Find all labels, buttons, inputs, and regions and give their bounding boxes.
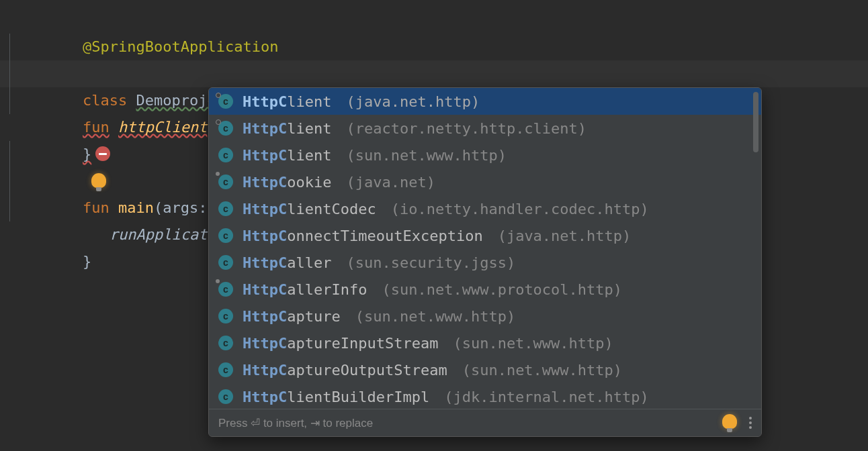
code-line[interactable]: class DemoprojectApplication {: [0, 34, 868, 60]
completion-item-label: HttpCaptureInputStream: [243, 335, 438, 352]
class-icon: [218, 309, 233, 323]
completion-item-label: HttpClient: [243, 147, 331, 164]
class-icon: [218, 94, 233, 109]
completion-hint-text: Press ⏎ to insert, ⇥ to replace: [218, 416, 373, 430]
class-icon: [218, 148, 233, 162]
class-icon: [218, 389, 233, 404]
completion-item-label: HttpClientCodec: [243, 201, 376, 217]
code-completion-popup[interactable]: HttpClient(java.net.http)HttpClient(reac…: [208, 87, 762, 437]
completion-item-package: (sun.net.www.protocol.http): [382, 281, 622, 298]
more-menu-icon[interactable]: [749, 417, 752, 429]
completion-item-label: HttpCapture: [243, 308, 341, 325]
completion-list[interactable]: HttpClient(java.net.http)HttpClient(reac…: [209, 88, 761, 409]
class-icon: [218, 201, 233, 216]
completion-item-package: (jdk.internal.net.http): [444, 389, 649, 405]
class-icon: [218, 174, 233, 189]
completion-item-package: (sun.net.www.http): [453, 335, 613, 352]
completion-footer: Press ⏎ to insert, ⇥ to replace: [209, 409, 761, 436]
completion-item-package: (sun.net.www.http): [355, 308, 515, 325]
popup-scrollbar[interactable]: [753, 92, 758, 152]
completion-item[interactable]: HttpClient(java.net.http): [209, 88, 761, 115]
completion-item-package: (reactor.netty.http.client): [346, 120, 587, 137]
completion-item-label: HttpClient: [243, 120, 331, 137]
completion-item-package: (sun.net.www.http): [462, 362, 622, 379]
class-icon: [218, 255, 233, 270]
completion-item-label: HttpCaptureOutputStream: [243, 362, 447, 379]
code-line[interactable]: @SpringBootApplication: [0, 7, 868, 34]
class-icon: [218, 362, 233, 377]
completion-item[interactable]: HttpClient(sun.net.www.http): [209, 142, 761, 168]
completion-item[interactable]: HttpConnectTimeoutException(java.net.htt…: [209, 222, 761, 249]
completion-item-label: HttpCaller: [243, 254, 331, 271]
brace-token: }: [83, 253, 91, 270]
completion-item[interactable]: HttpCookie(java.net): [209, 168, 761, 195]
completion-item[interactable]: HttpClientBuilderImpl(jdk.internal.net.h…: [209, 383, 761, 409]
completion-item-label: HttpConnectTimeoutException: [243, 228, 483, 244]
completion-item-package: (sun.security.jgss): [346, 254, 515, 271]
class-icon: [218, 121, 233, 136]
code-line-current[interactable]: fun httpClient(): HttpC: [0, 60, 868, 87]
completion-item[interactable]: HttpClientCodec(io.netty.handler.codec.h…: [209, 195, 761, 222]
lightbulb-icon[interactable]: [722, 414, 737, 429]
completion-item[interactable]: HttpCaller(sun.security.jgss): [209, 249, 761, 276]
completion-item-package: (java.net.http): [498, 228, 632, 244]
class-icon: [218, 228, 233, 243]
completion-item-package: (io.netty.handler.codec.http): [391, 201, 649, 217]
completion-item-package: (sun.net.www.http): [346, 147, 506, 164]
completion-item-label: HttpCallerInfo: [243, 281, 367, 298]
completion-item-label: HttpClientBuilderImpl: [243, 389, 429, 405]
completion-item[interactable]: HttpCaptureOutputStream(sun.net.www.http…: [209, 356, 761, 383]
completion-item-package: (java.net.http): [346, 93, 480, 110]
completion-item-package: (java.net): [346, 174, 435, 191]
completion-item-label: HttpClient: [243, 93, 331, 110]
class-icon: [218, 282, 233, 297]
class-icon: [218, 336, 233, 350]
completion-item[interactable]: HttpClient(reactor.netty.http.client): [209, 115, 761, 142]
completion-item-label: HttpCookie: [243, 174, 331, 191]
completion-item[interactable]: HttpCaptureInputStream(sun.net.www.http): [209, 330, 761, 356]
completion-item[interactable]: HttpCapture(sun.net.www.http): [209, 303, 761, 330]
completion-item[interactable]: HttpCallerInfo(sun.net.www.protocol.http…: [209, 276, 761, 303]
